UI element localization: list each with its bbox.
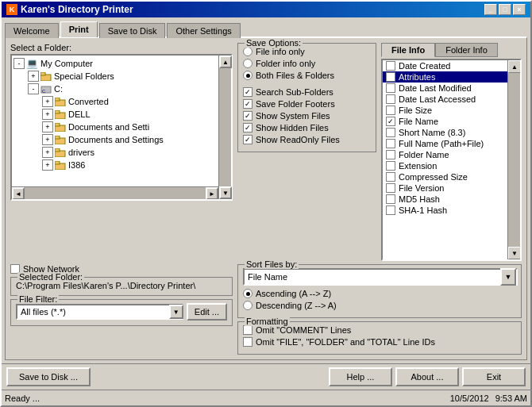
attr-check-folder-name[interactable] bbox=[386, 150, 395, 159]
checkbox-save-folder-footers[interactable]: Save Folder Footers bbox=[243, 99, 371, 109]
radio-btn-folder-info[interactable] bbox=[243, 59, 253, 68]
radio-descending[interactable]: Descending (Z --> A) bbox=[243, 301, 516, 310]
minimize-button[interactable]: _ bbox=[484, 4, 497, 15]
tab-welcome[interactable]: Welcome bbox=[5, 23, 59, 38]
about-button[interactable]: About ... bbox=[395, 367, 459, 386]
radio-both[interactable]: Both Files & Folders bbox=[243, 71, 371, 80]
attr-folder-name[interactable]: Folder Name bbox=[383, 149, 507, 160]
attr-check-file-size[interactable] bbox=[386, 106, 395, 115]
tree-expand-drivers[interactable]: + bbox=[42, 147, 53, 158]
tree-item-special[interactable]: + Special Folders bbox=[13, 70, 217, 83]
check-btn-search-subfolders[interactable] bbox=[243, 87, 253, 97]
tree-item-dell[interactable]: + DELL bbox=[13, 108, 217, 121]
tab-file-info[interactable]: File Info bbox=[381, 43, 435, 57]
tree-expand-c[interactable]: - bbox=[28, 83, 39, 94]
checkbox-omit-file[interactable]: Omit "FILE", "FOLDER" and "TOTAL" Line I… bbox=[243, 337, 516, 347]
radio-btn-descending[interactable] bbox=[243, 301, 253, 310]
attr-check-short-name[interactable] bbox=[386, 128, 395, 137]
file-filter-select[interactable]: All files (*.*) bbox=[16, 304, 183, 320]
check-btn-show-system-files[interactable] bbox=[243, 111, 253, 121]
attr-check-md5-hash[interactable] bbox=[386, 194, 395, 204]
tab-folder-info[interactable]: Folder Info bbox=[435, 43, 498, 57]
tree-expand-mycomputer[interactable]: - bbox=[13, 58, 25, 69]
scroll-up-button[interactable]: ▲ bbox=[219, 56, 232, 68]
scroll-down-button[interactable]: ▼ bbox=[219, 186, 232, 199]
attr-check-sha1-hash[interactable] bbox=[386, 205, 395, 215]
checkbox-show-hidden-files[interactable]: Show Hidden Files bbox=[243, 123, 371, 132]
check-btn-save-folder-footers[interactable] bbox=[243, 99, 253, 109]
attr-attributes[interactable]: Attributes bbox=[383, 71, 507, 83]
formatting-title: Formatting bbox=[245, 317, 290, 326]
attr-extension[interactable]: Extension bbox=[383, 160, 507, 171]
tree-expand-i386[interactable]: + bbox=[42, 159, 53, 171]
maximize-button[interactable]: □ bbox=[499, 4, 511, 15]
attr-check-file-version[interactable] bbox=[386, 183, 395, 193]
tree-item-converted[interactable]: + Converted bbox=[13, 95, 217, 108]
attr-date-modified[interactable]: Date Last Modified bbox=[383, 83, 507, 94]
tree-item-docs2[interactable]: + Documents and Settings bbox=[13, 133, 217, 146]
check-label-save-folder-footers: Save Folder Footers bbox=[256, 99, 335, 109]
sort-dropdown-arrow[interactable]: ▼ bbox=[500, 268, 516, 286]
attr-file-size[interactable]: File Size bbox=[383, 105, 507, 116]
attr-file-name[interactable]: File Name bbox=[383, 116, 507, 127]
checkbox-search-subfolders[interactable]: Search Sub-Folders bbox=[243, 87, 371, 97]
tab-print[interactable]: Print bbox=[60, 21, 98, 37]
check-btn-show-hidden-files[interactable] bbox=[243, 123, 253, 132]
file-filter-edit-button[interactable]: Edit ... bbox=[187, 303, 227, 321]
attr-compressed-size[interactable]: Compressed Size bbox=[383, 171, 507, 182]
attr-check-date-created[interactable] bbox=[386, 61, 395, 71]
scroll-left-button[interactable]: ◄ bbox=[12, 187, 25, 199]
attr-check-date-modified[interactable] bbox=[386, 83, 395, 93]
attr-check-compressed-size[interactable] bbox=[386, 172, 395, 182]
tree-item-i386[interactable]: + I386 bbox=[13, 159, 217, 171]
attr-full-name[interactable]: Full Name (Path+File) bbox=[383, 138, 507, 149]
tree-expand-converted[interactable]: + bbox=[42, 96, 53, 107]
tree-expand-docs1[interactable]: + bbox=[42, 121, 53, 132]
attr-scroll-down-button[interactable]: ▼ bbox=[508, 247, 521, 259]
attr-scroll-up-button[interactable]: ▲ bbox=[508, 60, 521, 73]
radio-file-info[interactable]: File info only bbox=[243, 47, 371, 56]
check-btn-omit-file[interactable] bbox=[243, 337, 253, 347]
radio-folder-info[interactable]: Folder info only bbox=[243, 59, 371, 68]
close-button[interactable]: × bbox=[513, 4, 526, 15]
v-scrollbar-track[interactable] bbox=[219, 68, 231, 186]
sort-select[interactable]: File Name bbox=[243, 268, 518, 286]
attr-check-extension[interactable] bbox=[386, 161, 395, 171]
h-scrollbar-track[interactable] bbox=[25, 187, 206, 199]
tree-item-docs1[interactable]: + Documents and Setti bbox=[13, 121, 217, 133]
checkbox-show-system-files[interactable]: Show System Files bbox=[243, 111, 371, 121]
attr-sha1-hash[interactable]: SHA-1 Hash bbox=[383, 205, 507, 216]
checkbox-omit-comment[interactable]: Omit "COMMENT" Lines bbox=[243, 325, 516, 335]
attr-check-file-name[interactable] bbox=[386, 117, 395, 126]
checkbox-show-readonly-files[interactable]: Show ReadOnly Files bbox=[243, 135, 371, 144]
attr-short-name[interactable]: Short Name (8.3) bbox=[383, 127, 507, 138]
attr-date-accessed[interactable]: Date Last Accessed bbox=[383, 94, 507, 105]
attr-check-full-name[interactable] bbox=[386, 139, 395, 148]
tab-other-settings[interactable]: Other Settings bbox=[167, 23, 240, 38]
help-button[interactable]: Help ... bbox=[329, 367, 392, 386]
check-btn-show-readonly-files[interactable] bbox=[243, 135, 253, 144]
attr-items-container: Date Created Attributes Date Last Modifi… bbox=[383, 60, 507, 216]
tree-expand-special[interactable]: + bbox=[28, 71, 39, 82]
scroll-right-button[interactable]: ► bbox=[206, 187, 218, 199]
save-to-disk-button[interactable]: Save to Disk ... bbox=[6, 367, 91, 386]
radio-btn-file-info[interactable] bbox=[243, 47, 253, 56]
attr-md5-hash[interactable]: MD5 Hash bbox=[383, 194, 507, 205]
check-btn-omit-comment[interactable] bbox=[243, 325, 253, 335]
tree-expand-dell[interactable]: + bbox=[42, 109, 53, 120]
attr-date-created[interactable]: Date Created bbox=[383, 60, 507, 71]
attr-check-attributes[interactable] bbox=[386, 72, 395, 82]
radio-btn-both[interactable] bbox=[243, 71, 253, 80]
radio-btn-ascending[interactable] bbox=[243, 289, 253, 298]
tree-expand-docs2[interactable]: + bbox=[42, 134, 53, 145]
attr-check-date-accessed[interactable] bbox=[386, 94, 395, 104]
attr-scroll-track[interactable] bbox=[508, 73, 520, 247]
filter-dropdown-arrow[interactable]: ▼ bbox=[169, 305, 183, 319]
tab-save-to-disk[interactable]: Save to Disk bbox=[99, 23, 166, 38]
tree-item-mycomputer[interactable]: - 💻 My Computer bbox=[13, 57, 217, 70]
tree-item-drivers[interactable]: + drivers bbox=[13, 146, 217, 159]
tree-item-c[interactable]: - C C: bbox=[13, 83, 217, 95]
exit-button[interactable]: Exit bbox=[462, 367, 526, 386]
radio-ascending[interactable]: Ascending (A --> Z) bbox=[243, 289, 516, 298]
attr-file-version[interactable]: File Version bbox=[383, 182, 507, 194]
